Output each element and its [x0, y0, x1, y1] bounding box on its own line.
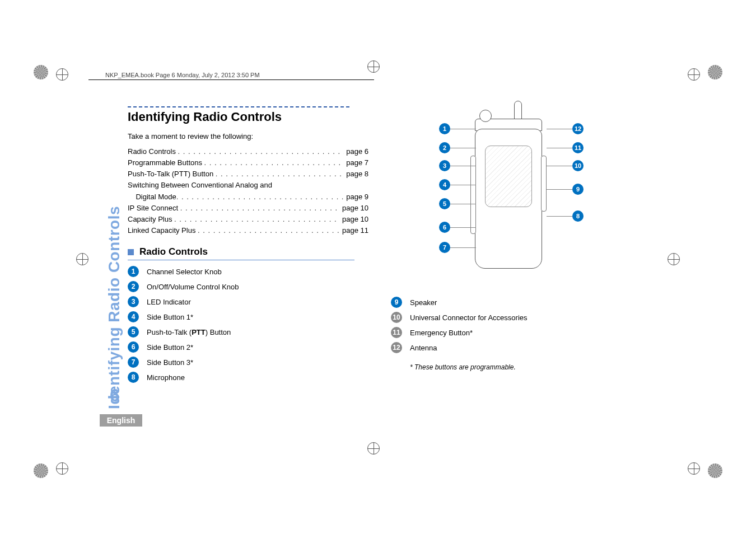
toc-page: page 10 — [340, 214, 368, 225]
number-badge: 1 — [128, 266, 139, 277]
control-label: Emergency Button* — [410, 329, 473, 337]
toc-page: page 8 — [344, 168, 368, 180]
running-header-text: NKP_EMEA.book Page 6 Monday, July 2, 201… — [105, 72, 260, 78]
diagram-callout: 12 — [547, 123, 584, 134]
control-item: 11Emergency Button* — [391, 327, 632, 338]
number-badge: 12 — [572, 123, 584, 134]
number-badge: 8 — [572, 210, 584, 222]
footnote: * These buttons are programmable. — [410, 363, 632, 371]
square-bullet-icon — [128, 249, 134, 255]
control-label: Side Button 1* — [147, 313, 193, 321]
registration-mark — [367, 60, 380, 73]
subsection-header: Radio Controls — [128, 246, 354, 260]
control-label: Channel Selector Knob — [147, 268, 222, 276]
diagram-callout: 1 — [439, 123, 476, 134]
toc-label: Digital Mode — [128, 191, 176, 203]
side-tab-title: Identifying Radio Controls — [105, 206, 123, 409]
control-item: 5Push-to-Talk (PTT) Button — [128, 326, 368, 338]
number-badge: 5 — [439, 198, 450, 209]
number-badge: 7 — [128, 357, 139, 368]
control-item: 7Side Button 3* — [128, 357, 368, 368]
control-item: 9Speaker — [391, 297, 632, 308]
bleed-mark — [34, 65, 48, 79]
toc-page: page 10 — [340, 203, 368, 214]
registration-mark — [688, 68, 700, 81]
bleed-mark — [34, 463, 48, 478]
control-item: 6Side Button 2* — [128, 341, 368, 353]
number-badge: 11 — [391, 327, 402, 338]
control-item: 3LED Indicator — [128, 296, 368, 307]
number-badge: 10 — [391, 312, 402, 323]
controls-list-right: 9Speaker10Universal Connector for Access… — [391, 297, 632, 353]
diagram-callout: 11 — [547, 142, 584, 153]
number-badge: 1 — [439, 123, 450, 134]
toc-label: Linked Capacity Plus — [128, 225, 198, 236]
toc-page: page 11 — [340, 225, 368, 236]
control-label: Side Button 3* — [147, 358, 193, 367]
page-number: 6 — [110, 385, 120, 406]
table-of-contents: Radio Controls page 6Programmable Button… — [128, 146, 368, 236]
toc-page: page 6 — [344, 146, 368, 157]
controls-list-left: 1Channel Selector Knob2On/Off/Volume Con… — [128, 266, 368, 383]
section-rule — [128, 106, 352, 107]
registration-mark — [367, 442, 380, 455]
bleed-mark — [708, 65, 722, 79]
control-label: Antenna — [410, 344, 437, 352]
registration-mark — [76, 253, 88, 265]
right-column: 123456712111098 9Speaker10Universal Conn… — [391, 106, 632, 387]
toc-label: Push-To-Talk (PTT) Button — [128, 168, 216, 180]
diagram-knob — [479, 110, 492, 122]
diagram-callout: 8 — [547, 210, 584, 222]
number-badge: 8 — [128, 372, 139, 383]
toc-label: Switching Between Conventional Analog an… — [128, 180, 272, 191]
diagram-callout: 9 — [547, 184, 584, 195]
number-badge: 10 — [572, 160, 584, 171]
control-label: Push-to-Talk (PTT) Button — [147, 328, 231, 336]
diagram-callout: 7 — [439, 242, 476, 253]
number-badge: 12 — [391, 342, 402, 353]
diagram-callout: 2 — [439, 142, 476, 153]
control-label: LED Indicator — [147, 298, 191, 306]
intro-text: Take a moment to review the following: — [128, 132, 368, 140]
number-badge: 2 — [128, 281, 139, 292]
control-item: 8Microphone — [128, 372, 368, 383]
toc-label: IP Site Connect — [128, 203, 180, 214]
language-tab: English — [100, 414, 142, 427]
number-badge: 4 — [439, 179, 450, 190]
control-item: 4Side Button 1* — [128, 311, 368, 322]
section-title: Identifying Radio Controls — [128, 110, 368, 124]
control-item: 1Channel Selector Knob — [128, 266, 368, 277]
diagram-speaker — [485, 146, 532, 207]
toc-page: page 9 — [344, 191, 368, 203]
running-header: NKP_EMEA.book Page 6 Monday, July 2, 201… — [105, 72, 260, 78]
control-item: 10Universal Connector for Accessories — [391, 312, 632, 323]
toc-label: Radio Controls — [128, 146, 178, 157]
number-badge: 4 — [128, 311, 139, 322]
control-item: 12Antenna — [391, 342, 632, 353]
diagram-connector — [541, 156, 547, 212]
radio-diagram: 123456712111098 — [419, 106, 604, 291]
number-badge: 6 — [439, 222, 450, 233]
registration-mark — [688, 462, 700, 475]
diagram-callout: 3 — [439, 160, 476, 171]
registration-mark — [56, 462, 68, 475]
registration-mark — [668, 253, 680, 265]
number-badge: 3 — [439, 160, 450, 171]
control-label: Side Button 2* — [147, 343, 193, 352]
bleed-mark — [708, 463, 722, 478]
number-badge: 2 — [439, 142, 450, 153]
control-label: Speaker — [410, 298, 437, 307]
number-badge: 11 — [572, 142, 584, 153]
number-badge: 9 — [391, 297, 402, 308]
toc-label: Programmable Buttons — [128, 157, 204, 168]
diagram-callout: 10 — [547, 160, 584, 171]
number-badge: 3 — [128, 296, 139, 307]
diagram-callout: 5 — [439, 198, 476, 209]
number-badge: 6 — [128, 341, 139, 353]
diagram-callout: 4 — [439, 179, 476, 190]
diagram-callout: 6 — [439, 222, 476, 233]
toc-page: page 7 — [344, 157, 368, 168]
registration-mark — [56, 68, 68, 81]
control-label: Microphone — [147, 373, 185, 382]
number-badge: 7 — [439, 242, 450, 253]
